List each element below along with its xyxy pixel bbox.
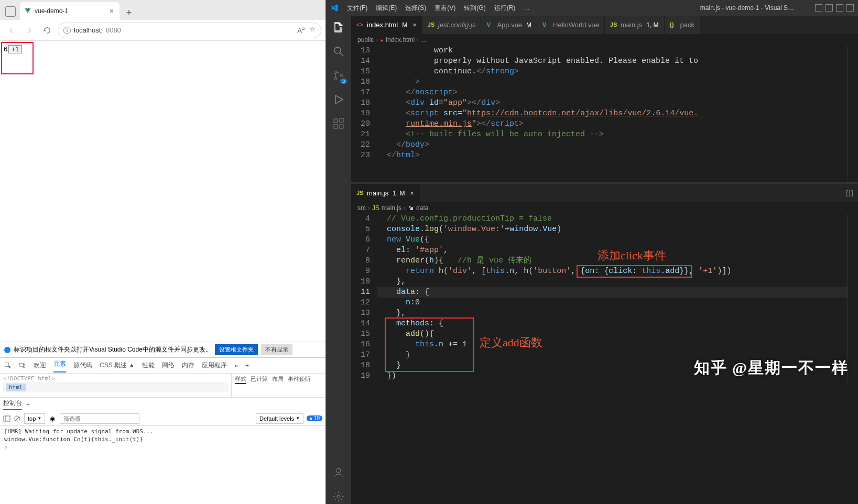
inspect-icon[interactable]	[4, 362, 12, 369]
increment-button[interactable]: +1	[8, 45, 22, 53]
styles-panel[interactable]: 样式 已计算 布局 事件侦听	[231, 374, 325, 397]
device-icon[interactable]	[19, 362, 26, 369]
devtools: 欢迎 元素 源代码 CSS 概述 ▲ 性能 网络 内存 应用程序 » + <!D…	[0, 357, 325, 504]
editor-tab[interactable]: JSmain.js1, M	[605, 16, 665, 34]
menu-edit[interactable]: 编辑(E)	[373, 4, 400, 13]
devtab-elements[interactable]: 元素	[53, 359, 66, 372]
devtab-network[interactable]: 网络	[162, 361, 175, 370]
devtab-add[interactable]: +	[245, 362, 249, 369]
sidebar-toggle-icon[interactable]	[3, 415, 10, 422]
console-body[interactable]: [HMR] Waiting for update signal from WDS…	[0, 426, 325, 504]
menu-view[interactable]: 查看(V)	[431, 4, 459, 13]
devtools-tabs: 欢迎 元素 源代码 CSS 概述 ▲ 性能 网络 内存 应用程序 » +	[0, 358, 325, 374]
breadcrumb-1[interactable]: public› ⬥index.html› …	[351, 34, 858, 46]
set-root-button[interactable]: 设置根文件夹	[215, 344, 258, 355]
devtab-sources[interactable]: 源代码	[73, 361, 92, 370]
menu-selection[interactable]: 选择(S)	[402, 4, 429, 13]
clear-console-icon[interactable]	[14, 415, 21, 422]
menu-more[interactable]: …	[520, 4, 533, 12]
vscode-logo-icon	[330, 4, 339, 12]
editor-area-1[interactable]: 1314151617181920212223 work properly wit…	[351, 46, 858, 182]
settings-icon[interactable]	[331, 489, 346, 504]
back-button[interactable]	[4, 23, 19, 38]
window-title: main.js - vue-demo-1 - Visual S…	[700, 4, 794, 12]
devtab-memory[interactable]: 内存	[182, 361, 194, 370]
page-content: 6 +1	[0, 41, 325, 342]
console-prompt[interactable]: ›	[4, 444, 321, 451]
svg-rect-15	[340, 118, 343, 122]
tab-title: vue-demo-1	[35, 7, 68, 15]
browser-nav-bar: i localhost:8080 A» ☆	[0, 20, 325, 41]
menu-run[interactable]: 运行(R)	[491, 4, 519, 13]
editor-tab[interactable]: VApp.vueM	[481, 16, 537, 34]
editor-tabs-2: JSmain.js1, M×	[351, 184, 858, 202]
context-selector[interactable]: top ▼	[24, 413, 45, 424]
dismiss-button[interactable]: 不再显示	[261, 344, 292, 355]
tab-close-icon[interactable]: ×	[108, 7, 115, 15]
elements-tree[interactable]: <!DOCTYPE html> html	[0, 374, 231, 397]
search-icon[interactable]	[331, 44, 346, 59]
refresh-button[interactable]	[40, 23, 55, 38]
compare-icon[interactable]	[841, 184, 858, 202]
info-bar: 标识项目的根文件夹以打开Visual Studio Code中的源文件并同步更改…	[0, 342, 325, 357]
breadcrumb-2[interactable]: src› JS main.js› data	[351, 202, 858, 214]
console-line: [HMR] Waiting for update signal from WDS…	[4, 428, 321, 435]
layout-controls[interactable]	[815, 4, 854, 12]
favorite-icon[interactable]: ☆	[309, 25, 316, 35]
devtab-perf[interactable]: 性能	[142, 361, 155, 370]
forward-button[interactable]	[22, 23, 37, 38]
watermark: 知乎 @星期一不一样	[694, 357, 849, 379]
level-selector[interactable]: Default levels ▼	[256, 413, 303, 424]
editor-tabs-1: <>index.htmlM×JSjest.config.jsVApp.vueMV…	[351, 16, 858, 34]
live-expr-icon[interactable]: ◉	[48, 414, 57, 423]
devtab-more[interactable]: »	[234, 362, 238, 369]
info-dot-icon	[4, 347, 10, 353]
url-port: 8080	[106, 26, 121, 34]
editor-tab[interactable]: JSjest.config.js	[422, 16, 482, 34]
devtab-css[interactable]: CSS 概述 ▲	[100, 361, 135, 370]
console-tab[interactable]: 控制台	[3, 399, 22, 410]
svg-rect-14	[340, 125, 343, 128]
info-text: 标识项目的根文件夹以打开Visual Studio Code中的源文件并同步更改…	[14, 345, 212, 354]
editor-tab[interactable]: VHelloWorld.vue	[537, 16, 605, 34]
editor-tab[interactable]: {}pack	[665, 16, 700, 34]
svg-point-7	[334, 47, 341, 53]
debug-icon[interactable]	[331, 92, 346, 107]
svg-rect-13	[334, 125, 338, 128]
editor-tab[interactable]: JSmain.js1, M×	[351, 184, 420, 202]
vue-logo-icon	[24, 7, 31, 15]
browser-tab-bar: vue-demo-1 × +	[0, 0, 325, 20]
explorer-icon[interactable]	[331, 20, 346, 35]
menu-file[interactable]: 文件(F)	[344, 4, 371, 13]
devtab-welcome[interactable]: 欢迎	[34, 361, 46, 370]
symbol-icon	[408, 205, 414, 211]
account-icon[interactable]	[331, 465, 346, 480]
minimap[interactable]	[848, 214, 858, 383]
tab-overview-icon[interactable]	[5, 6, 16, 17]
url-host: localhost:	[74, 26, 103, 34]
filter-input[interactable]	[60, 413, 139, 424]
drawer-add[interactable]: +	[26, 401, 30, 408]
console-drawer-tabs: 控制台 +	[0, 398, 325, 411]
breadcrumb-html[interactable]: html	[6, 384, 26, 391]
info-icon[interactable]: i	[63, 27, 71, 34]
new-tab-button[interactable]: +	[122, 5, 136, 20]
url-bar[interactable]: i localhost:8080 A» ☆	[58, 23, 321, 38]
browser-tab[interactable]: vue-demo-1 ×	[20, 2, 120, 20]
scm-icon[interactable]: 3	[331, 68, 346, 83]
scm-badge: 3	[340, 79, 347, 84]
svg-point-17	[337, 495, 340, 498]
svg-point-11	[341, 74, 343, 77]
reading-mode-icon[interactable]: A»	[297, 25, 305, 35]
issue-badge[interactable]: ● 10	[307, 415, 322, 421]
svg-point-10	[334, 78, 337, 80]
counter-value: 6	[4, 45, 7, 53]
editor-tab[interactable]: <>index.htmlM×	[351, 16, 422, 34]
menu-go[interactable]: 转到(G)	[461, 4, 488, 13]
svg-line-8	[340, 53, 343, 56]
extensions-icon[interactable]	[331, 116, 346, 131]
svg-line-6	[15, 417, 19, 421]
svg-point-16	[336, 468, 341, 473]
devtab-application[interactable]: 应用程序	[202, 361, 227, 370]
minimap[interactable]	[848, 46, 858, 182]
